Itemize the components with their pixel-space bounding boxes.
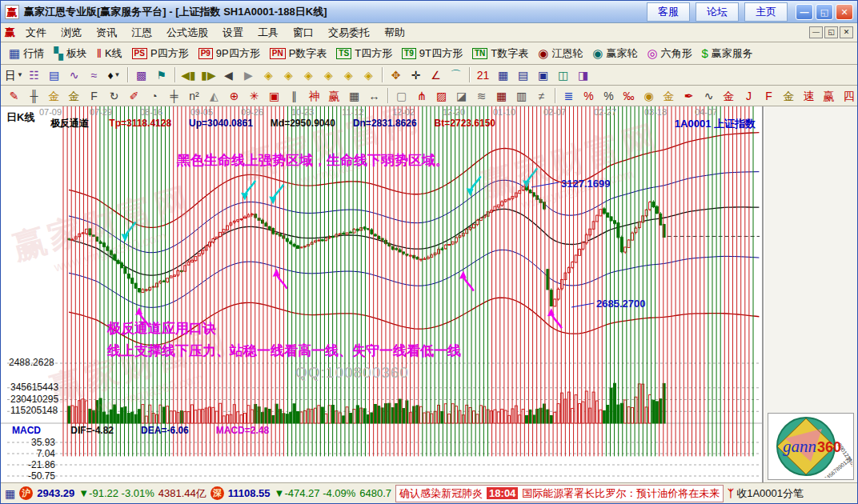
mdi-minimize-button[interactable]: — <box>809 26 823 38</box>
menu-1[interactable]: 浏览 <box>54 24 89 42</box>
tool-sectors[interactable]: ▚板块 <box>51 46 90 62</box>
icon-gold-split-2-icon[interactable]: 金 <box>65 87 83 104</box>
icon-gold-split-1-icon[interactable]: 金 <box>45 87 63 104</box>
icon-width-measure-icon[interactable]: ↔ <box>365 87 383 104</box>
icon-gann-target-icon[interactable]: ⊕ <box>225 87 243 104</box>
icon-j-line-icon[interactable]: J <box>740 87 758 104</box>
icon-gold-circle-icon[interactable]: ◉ <box>639 87 658 104</box>
icon-percent-band-icon[interactable]: ‰ <box>619 87 638 104</box>
icon-export-chart-icon[interactable]: ◫ <box>554 66 572 83</box>
icon-measure-tool-icon[interactable]: ⌒ <box>447 66 465 83</box>
menu-6[interactable]: 工具 <box>251 24 286 42</box>
icon-wave-line-icon[interactable]: ∿ <box>700 87 718 104</box>
icon-shen-tool-icon[interactable]: 神 <box>305 87 323 104</box>
menu-9[interactable]: 帮助 <box>377 24 412 42</box>
icon-ruler-lines-icon[interactable]: ╪ <box>165 87 183 104</box>
tool-winner-service[interactable]: $赢家服务 <box>700 46 756 62</box>
icon-wave-9-icon[interactable]: ≈ <box>85 66 103 83</box>
tool-gann-wheel[interactable]: ◉江恩轮 <box>535 46 585 62</box>
tool-9t-square[interactable]: T99T四方形 <box>399 46 465 62</box>
icon-square-target-icon[interactable]: ▣ <box>265 87 283 104</box>
link-customer-service[interactable]: 客服 <box>647 2 690 22</box>
icon-candle-style-icon[interactable]: ♦▼ <box>105 66 123 83</box>
tool-p-number-table[interactable]: PNP数字表 <box>267 46 330 62</box>
icon-su-line-icon[interactable]: 速 <box>800 87 818 104</box>
icon-pitchfork-icon[interactable]: ∥ <box>285 87 303 104</box>
tool-kline[interactable]: ‖K线 <box>94 46 125 62</box>
icon-win-line-icon[interactable]: 赢 <box>820 87 838 104</box>
icon-save-icon[interactable]: ▣ <box>534 66 552 83</box>
icon-grid-lines-icon[interactable]: ╫ <box>25 87 43 104</box>
maximize-button[interactable]: ◱ <box>816 4 833 20</box>
icon-fibonacci-icon[interactable]: F <box>85 87 103 104</box>
icon-step-forward-icon[interactable]: ▶ <box>239 66 258 83</box>
tool-winner-wheel[interactable]: ◉赢家轮 <box>590 46 639 62</box>
icon-gann-diamond-2-icon[interactable]: ◈ <box>279 66 298 83</box>
icon-n-square-icon[interactable]: n² <box>185 87 203 104</box>
icon-percent-icon[interactable]: % <box>599 87 618 104</box>
icon-grid-123-icon[interactable]: ▦ <box>345 87 363 104</box>
menu-3[interactable]: 江恩 <box>124 24 159 42</box>
icon-si-line-icon[interactable]: 四 <box>840 87 857 104</box>
menu-4[interactable]: 公式选股 <box>159 24 215 42</box>
icon-period-selector-icon[interactable]: 日▼ <box>5 66 23 83</box>
tool-quotes[interactable]: ▦行情 <box>6 46 46 62</box>
icon-gann-diamond-6-icon[interactable]: ◈ <box>359 66 378 83</box>
shenzhen-market-icon[interactable]: 深 <box>210 486 224 500</box>
icon-goto-first-icon[interactable]: ◀▮ <box>179 66 198 83</box>
tool-t-square[interactable]: TST四方形 <box>334 46 395 62</box>
chart-panel[interactable]: 赢家财富网www.yingjia360.com赢家财富网www.yingjia3… <box>1 106 764 482</box>
icon-grid-dark-icon[interactable]: ▦ <box>492 87 511 104</box>
tool-9p-square[interactable]: P99P四方形 <box>196 46 263 62</box>
tool-p-square[interactable]: PSP四方形 <box>130 46 191 62</box>
icon-percent-line-icon[interactable]: % <box>579 87 598 104</box>
menu-2[interactable]: 资讯 <box>89 24 124 42</box>
icon-brush-2-icon[interactable]: ✐ <box>125 87 143 104</box>
close-button[interactable]: ✕ <box>836 4 853 20</box>
link-forum[interactable]: 论坛 <box>696 2 739 22</box>
icon-info-panel-icon[interactable]: ▤ <box>45 66 63 83</box>
icon-flag-chart-icon[interactable]: ⚑ <box>152 66 170 83</box>
icon-crosshair-tool-icon[interactable]: ✛ <box>407 66 425 83</box>
icon-spiral-icon[interactable]: ↻ <box>105 87 123 104</box>
link-homepage[interactable]: 主页 <box>744 2 788 22</box>
icon-step-back-icon[interactable]: ◀ <box>219 66 238 83</box>
mdi-restore-button[interactable]: ◱ <box>824 26 838 38</box>
icon-parallel-lines-icon[interactable]: ≋ <box>472 87 491 104</box>
icon-gold-red-icon[interactable]: 金 <box>720 87 738 104</box>
icon-gann-diamond-1-icon[interactable]: ◈ <box>259 66 278 83</box>
icon-trend-map-icon[interactable]: ☷ <box>25 66 43 83</box>
shanghai-market-icon[interactable]: 沪 <box>19 486 33 500</box>
icon-pattern-tool-icon[interactable]: ▩ <box>132 66 150 83</box>
icon-calendar-icon[interactable]: 21 <box>474 66 492 83</box>
icon-angle-tool-icon[interactable]: ∠ <box>427 66 445 83</box>
icon-gold-line-icon[interactable]: 金 <box>660 87 678 104</box>
icon-notes-icon[interactable]: ▤ <box>514 66 532 83</box>
icon-pen-line-icon[interactable]: ✒ <box>680 87 698 104</box>
icon-win-tool-icon[interactable]: 赢 <box>325 87 343 104</box>
icon-stats-bars-icon[interactable]: ≣ <box>559 87 578 104</box>
icon-f-line-icon[interactable]: F <box>760 87 778 104</box>
menu-8[interactable]: 交易委托 <box>321 24 377 42</box>
icon-brush-tool-icon[interactable]: ✎ <box>5 87 23 104</box>
icon-gann-diamond-5-icon[interactable]: ◈ <box>339 66 358 83</box>
icon-triangle-tool-icon[interactable]: ◭ <box>205 87 223 104</box>
icon-gold-angle-icon[interactable]: 金 <box>780 87 798 104</box>
menu-0[interactable]: 文件 <box>18 24 54 42</box>
icon-goto-last-icon[interactable]: ▮▶ <box>199 66 218 83</box>
icon-calculator-icon[interactable]: ▦ <box>494 66 512 83</box>
icon-star-burst-icon[interactable]: ✳ <box>245 87 263 104</box>
icon-half-box-icon[interactable]: ◪ <box>452 87 471 104</box>
tool-hexagon[interactable]: ◎六角形 <box>644 46 694 62</box>
icon-fan-lines-icon[interactable]: ⋔ <box>412 87 431 104</box>
mdi-close-button[interactable]: ✕ <box>840 26 853 38</box>
menu-5[interactable]: 设置 <box>215 24 251 42</box>
icon-gann-diamond-3-icon[interactable]: ◈ <box>299 66 318 83</box>
quote-monitor-icon[interactable]: ▦ <box>5 487 15 500</box>
icon-remote-pc-icon[interactable]: ◨ <box>574 66 592 83</box>
menu-7[interactable]: 窗口 <box>286 24 321 42</box>
icon-gann-diamond-4-icon[interactable]: ◈ <box>319 66 338 83</box>
icon-shade-box-icon[interactable]: ▨ <box>432 87 451 104</box>
icon-wave-3-icon[interactable]: ∿ <box>65 66 83 83</box>
icon-grid-light-icon[interactable]: ▥ <box>512 87 531 104</box>
